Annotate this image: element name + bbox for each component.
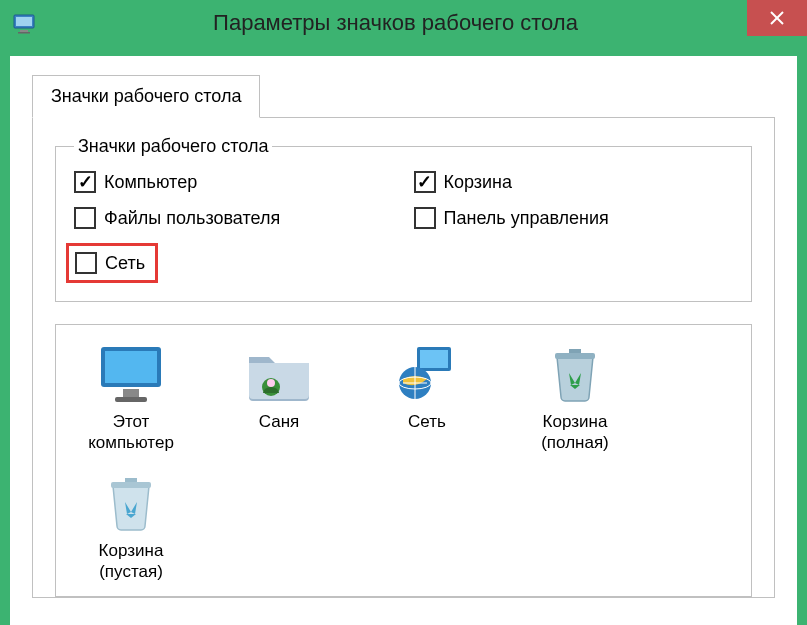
- recycle-bin-empty-icon: [95, 472, 167, 534]
- network-globe-icon: [391, 343, 463, 405]
- icon-item-this-pc[interactable]: Этот компьютер: [66, 339, 196, 458]
- group-legend: Значки рабочего стола: [74, 136, 272, 157]
- close-icon: [770, 11, 784, 25]
- checkbox-icon: [74, 171, 96, 193]
- dialog-window: Параметры значков рабочего стола Значки …: [0, 0, 807, 625]
- icon-label: Саня: [259, 411, 300, 432]
- icon-item-network[interactable]: Сеть: [362, 339, 492, 458]
- checkbox-label: Компьютер: [104, 172, 197, 193]
- desktop-icons-group: Значки рабочего стола Компьютер Корзина …: [55, 136, 752, 302]
- checkbox-recycle-bin[interactable]: Корзина: [414, 171, 734, 193]
- checkbox-computer[interactable]: Компьютер: [74, 171, 394, 193]
- checkbox-control-panel[interactable]: Панель управления: [414, 207, 734, 229]
- icon-label: Сеть: [408, 411, 446, 432]
- tab-desktop-icons[interactable]: Значки рабочего стола: [32, 75, 260, 118]
- checkbox-label: Панель управления: [444, 208, 609, 229]
- checkbox-icon: [414, 171, 436, 193]
- icon-label: Этот компьютер: [70, 411, 192, 454]
- checkbox-user-files[interactable]: Файлы пользователя: [74, 207, 394, 229]
- window-title: Параметры значков рабочего стола: [44, 10, 807, 36]
- checkbox-icon: [414, 207, 436, 229]
- monitor-icon: [95, 343, 167, 405]
- svg-rect-1: [16, 17, 32, 26]
- svg-point-11: [267, 379, 275, 387]
- svg-rect-17: [111, 482, 151, 488]
- recycle-bin-full-icon: [539, 343, 611, 405]
- icon-item-bin-empty[interactable]: Корзина (пустая): [66, 468, 196, 587]
- icon-preview-panel: Этот компьютер Саня: [55, 324, 752, 597]
- svg-rect-2: [20, 30, 28, 32]
- icon-grid: Этот компьютер Саня: [66, 339, 741, 586]
- icon-item-bin-full[interactable]: Корзина (полная): [510, 339, 640, 458]
- svg-rect-7: [105, 351, 157, 383]
- icon-item-user[interactable]: Саня: [214, 339, 344, 458]
- svg-rect-3: [18, 32, 30, 34]
- checkbox-icon: [75, 252, 97, 274]
- svg-rect-9: [115, 397, 147, 402]
- svg-rect-16: [555, 353, 595, 359]
- checkbox-icon: [74, 207, 96, 229]
- icon-label: Корзина (пустая): [70, 540, 192, 583]
- checkbox-grid: Компьютер Корзина Файлы пользователя Пан…: [74, 171, 733, 283]
- icon-label: Корзина (полная): [514, 411, 636, 454]
- titlebar: Параметры значков рабочего стола: [0, 0, 807, 46]
- tab-panel: Значки рабочего стола Компьютер Корзина …: [32, 117, 775, 598]
- window-icon: [12, 11, 36, 35]
- close-button[interactable]: [747, 0, 807, 36]
- tab-strip: Значки рабочего стола: [32, 74, 775, 117]
- highlight-annotation: Сеть: [74, 243, 394, 283]
- user-folder-icon: [243, 343, 315, 405]
- checkbox-label: Сеть: [105, 253, 145, 274]
- checkbox-network[interactable]: Сеть: [75, 252, 145, 274]
- dialog-content: Значки рабочего стола Значки рабочего ст…: [10, 56, 797, 625]
- svg-rect-8: [123, 389, 139, 397]
- svg-rect-13: [420, 350, 448, 368]
- checkbox-label: Корзина: [444, 172, 513, 193]
- checkbox-label: Файлы пользователя: [104, 208, 280, 229]
